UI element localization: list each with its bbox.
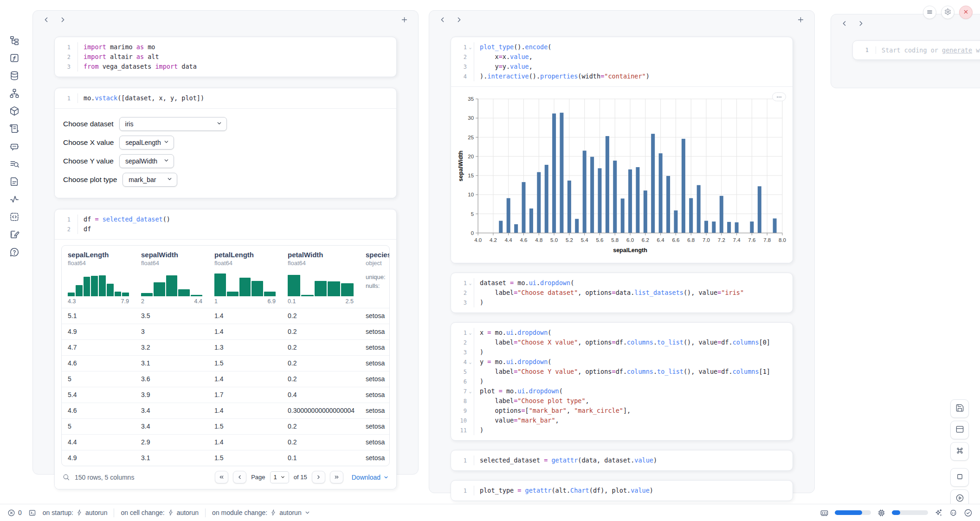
cell-empty: 1 Start coding or generate with (852, 40, 980, 60)
stop-kernel-button[interactable] (950, 468, 969, 487)
svg-text:7.6: 7.6 (748, 237, 755, 243)
last-page-button[interactable] (330, 471, 343, 483)
fold-marker[interactable]: ⌄ (467, 386, 474, 396)
sidebar-item-database[interactable] (8, 70, 20, 82)
svg-text:6.6: 6.6 (672, 237, 679, 243)
chart-menu-button[interactable] (772, 92, 786, 101)
sidebar-item-code-snippet[interactable] (8, 211, 20, 223)
sidebar-item-package[interactable] (8, 105, 20, 117)
fold-marker[interactable]: ⌄ (467, 42, 474, 52)
code-line: 6) (455, 377, 786, 386)
runtime-setting-2[interactable]: on module change:autorun (212, 509, 310, 516)
code-editor-plot[interactable]: 1⌄plot_type().encode(2 x=x.value,3 y=y.v… (451, 37, 793, 86)
sidebar-item-dependency-graph[interactable] (8, 87, 20, 99)
generate-link[interactable]: generate (942, 46, 972, 54)
column-header-sepalWidth[interactable]: sepalWidthfloat6424.4 (135, 246, 208, 308)
fold-marker[interactable]: ⌄ (467, 328, 474, 338)
table-row[interactable]: 4.42.91.40.2setosa (62, 434, 389, 450)
next-page-button[interactable] (312, 471, 325, 483)
table-row[interactable]: 4.93.11.50.1setosa (62, 450, 389, 466)
code-editor-selected[interactable]: 1selected_dataset = getattr(data, datase… (451, 450, 793, 470)
panel-prev-button[interactable] (839, 19, 850, 29)
sidebar-item-chat-bot[interactable] (8, 140, 20, 152)
code-editor-dataset[interactable]: 1⌄dataset = mo.ui.dropdown(2 label="Choo… (451, 273, 793, 313)
column-header-species[interactable]: speciesobjectunique:nulls: (360, 246, 390, 308)
close-button[interactable] (959, 6, 973, 19)
menu-button[interactable] (923, 6, 936, 19)
fold-marker[interactable]: ⌄ (467, 357, 474, 367)
panel-next-button[interactable] (856, 19, 866, 29)
error-indicator[interactable]: 0 (7, 509, 22, 517)
table-row[interactable]: 53.61.40.2setosa (62, 371, 389, 387)
ai-assist-button[interactable] (934, 508, 943, 517)
layout-icon (955, 425, 964, 435)
editor-placeholder: Start coding or generate with (876, 46, 980, 54)
sidebar-item-help-circle[interactable] (8, 246, 20, 258)
close-icon (962, 8, 969, 17)
code-editor-plottype[interactable]: 1plot_type = getattr(alt.Chart(df), plot… (451, 481, 793, 501)
panel-prev-button[interactable] (438, 15, 448, 25)
column-header-petalLength[interactable]: petalLengthfloat6416.9 (208, 246, 282, 308)
save-button[interactable] (950, 399, 969, 418)
table-row[interactable]: 5.43.91.70.4setosa (62, 387, 389, 403)
panel-next-button[interactable] (58, 15, 68, 25)
copilot-button[interactable] (949, 508, 958, 517)
app-view-button[interactable] (950, 421, 969, 439)
sidebar-item-function-square[interactable] (8, 52, 20, 64)
table-row[interactable]: 4.63.41.40.30000000000000004setosa (62, 403, 389, 418)
column-header-sepalLength[interactable]: sepalLengthfloat644.37.9 (62, 246, 135, 308)
document-icon (9, 176, 19, 187)
bar-chart[interactable]: 4.04.24.44.64.85.05.25.45.65.86.06.26.46… (456, 93, 788, 259)
svg-text:35: 35 (468, 96, 474, 102)
sidebar-item-activity[interactable] (8, 193, 20, 205)
first-page-button[interactable] (215, 471, 228, 483)
settings-button[interactable] (941, 6, 954, 19)
code-editor-empty[interactable]: 1 Start coding or generate with (853, 41, 980, 59)
code-line: 2import altair as alt (58, 52, 390, 62)
code-editor-vstack[interactable]: 1mo.vstack([dataset, x, y, plot]) (55, 88, 396, 108)
page-select[interactable]: 1 (270, 471, 289, 483)
panel-prev-button[interactable] (41, 15, 52, 25)
line-number: 6 (455, 377, 467, 386)
sidebar-item-document[interactable] (8, 176, 20, 188)
search-icon[interactable] (62, 473, 70, 481)
x-value-dropdown[interactable]: sepalLength (119, 136, 174, 150)
runtime-setting-1[interactable]: on cell change:autorun (121, 509, 199, 516)
terminal-button[interactable] (28, 509, 36, 517)
keyboard-shortcuts-button[interactable] (950, 442, 969, 461)
line-number: 3 (455, 62, 467, 72)
fold-marker (467, 62, 474, 72)
sidebar-item-scroll-text[interactable] (8, 123, 20, 135)
panel-next-button[interactable] (454, 15, 464, 25)
table-row[interactable]: 4.931.40.2setosa (62, 324, 389, 339)
y-value-dropdown[interactable]: sepalWidth (119, 154, 174, 168)
sidebar-item-log-search[interactable] (8, 158, 20, 170)
dataset-dropdown[interactable]: iris (119, 117, 227, 131)
code-editor-dataframe[interactable]: 1df = selected_dataset()2df (55, 209, 396, 239)
table-row[interactable]: 5.13.51.40.2setosa (62, 308, 389, 324)
prev-page-button[interactable] (233, 471, 246, 483)
code-editor-imports[interactable]: 1import marimo as mo2import altair as al… (55, 37, 396, 77)
add-cell-button[interactable] (796, 15, 806, 25)
svg-text:4.6: 4.6 (520, 237, 528, 243)
download-button[interactable]: Download (352, 474, 389, 481)
connection-status-button[interactable] (964, 508, 973, 517)
table-row[interactable]: 53.41.50.2setosa (62, 418, 389, 434)
panel-middle-header (429, 11, 814, 29)
sidebar-item-file-tree[interactable] (8, 34, 20, 46)
plot-type-dropdown[interactable]: mark_bar (122, 173, 177, 187)
table-row[interactable]: 4.73.21.30.2setosa (62, 339, 389, 355)
line-number: 4 (455, 72, 467, 81)
cell-plot: 1⌄plot_type().encode(2 x=x.value,3 y=y.v… (451, 37, 793, 263)
code-line: 2 x=x.value, (455, 52, 786, 62)
dropdown-label: Choose plot type (63, 176, 117, 184)
table-row[interactable]: 4.63.11.50.2setosa (62, 355, 389, 371)
runtime-setting-0[interactable]: on startup:autorun (43, 509, 108, 516)
line-number: 10 (455, 416, 467, 425)
code-editor-xy[interactable]: 1⌄x = mo.ui.dropdown(2 label="Choose X v… (451, 323, 793, 440)
setting-label: on cell change: (121, 509, 164, 516)
fold-marker[interactable]: ⌄ (467, 278, 474, 288)
sidebar-item-scratchpad[interactable] (8, 228, 20, 241)
column-header-petalWidth[interactable]: petalWidthfloat640.12.5 (282, 246, 360, 308)
add-cell-button[interactable] (400, 15, 410, 25)
